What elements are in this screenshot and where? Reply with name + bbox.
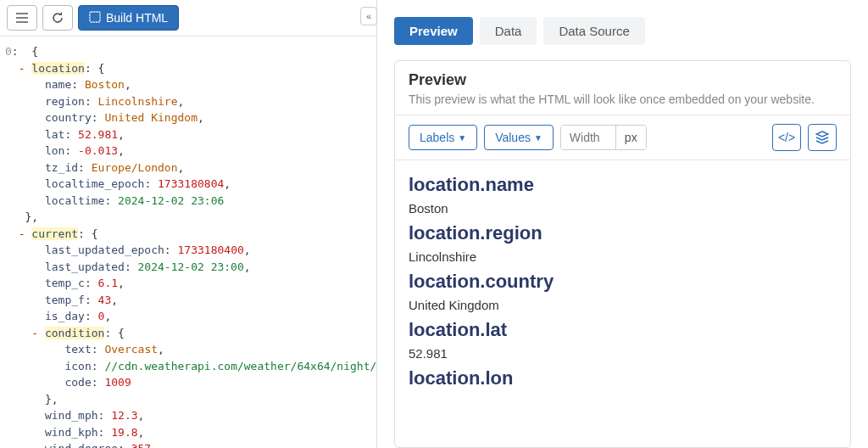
preview-body: location.name Boston location.region Lin… — [395, 160, 850, 447]
tab-bar: Preview Data Data Source — [377, 0, 868, 55]
collapse-toggle[interactable]: - — [19, 62, 25, 75]
preview-subtitle: This preview is what the HTML will look … — [409, 92, 837, 106]
layers-button[interactable] — [808, 124, 837, 151]
preview-label: location.region — [409, 222, 837, 244]
json-editor-pane: Build HTML « 0: { - location: { name: Bo… — [0, 0, 377, 448]
preview-value: Boston — [409, 201, 837, 216]
tab-data-source[interactable]: Data Source — [543, 17, 644, 45]
preview-value: Lincolnshire — [409, 249, 837, 264]
editor-toolbar: Build HTML — [0, 0, 376, 36]
preview-label: location.country — [409, 271, 837, 293]
preview-value: 52.981 — [409, 346, 837, 361]
refresh-icon — [51, 11, 64, 25]
preview-card: Preview This preview is what the HTML wi… — [394, 60, 851, 448]
width-unit: px — [615, 126, 646, 149]
collapse-toggle[interactable]: - — [19, 227, 25, 240]
svg-rect-0 — [90, 12, 100, 22]
tab-preview[interactable]: Preview — [394, 17, 473, 45]
preview-label: location.name — [409, 174, 837, 196]
code-view-button[interactable]: </> — [772, 124, 801, 151]
preview-label: location.lon — [409, 367, 837, 389]
build-html-label: Build HTML — [106, 11, 168, 25]
menu-icon — [15, 12, 29, 24]
collapse-toggle[interactable]: - — [31, 327, 38, 339]
preview-pane: Preview Data Data Source Preview This pr… — [377, 0, 868, 448]
refresh-button[interactable] — [42, 5, 73, 31]
json-source[interactable]: 0: { - location: { name: Boston, region:… — [0, 36, 376, 448]
chevron-down-icon: ▼ — [534, 133, 542, 143]
preview-controls: Labels ▼ Values ▼ px </> — [395, 115, 850, 160]
labels-dropdown[interactable]: Labels ▼ — [409, 125, 477, 150]
values-dropdown[interactable]: Values ▼ — [484, 125, 554, 150]
width-input-group: px — [560, 125, 647, 150]
preview-header: Preview This preview is what the HTML wi… — [395, 61, 850, 115]
chevron-down-icon: ▼ — [458, 133, 466, 143]
build-icon — [89, 11, 101, 25]
width-input[interactable] — [561, 126, 615, 149]
code-icon: </> — [778, 131, 795, 144]
menu-button[interactable] — [7, 5, 37, 31]
collapse-panel-button[interactable]: « — [360, 7, 377, 25]
preview-label: location.lat — [409, 319, 837, 341]
build-html-button[interactable]: Build HTML — [78, 5, 179, 31]
preview-title: Preview — [409, 71, 837, 89]
layers-icon — [815, 131, 829, 144]
tab-data[interactable]: Data — [480, 17, 537, 45]
preview-value: United Kingdom — [409, 298, 837, 312]
